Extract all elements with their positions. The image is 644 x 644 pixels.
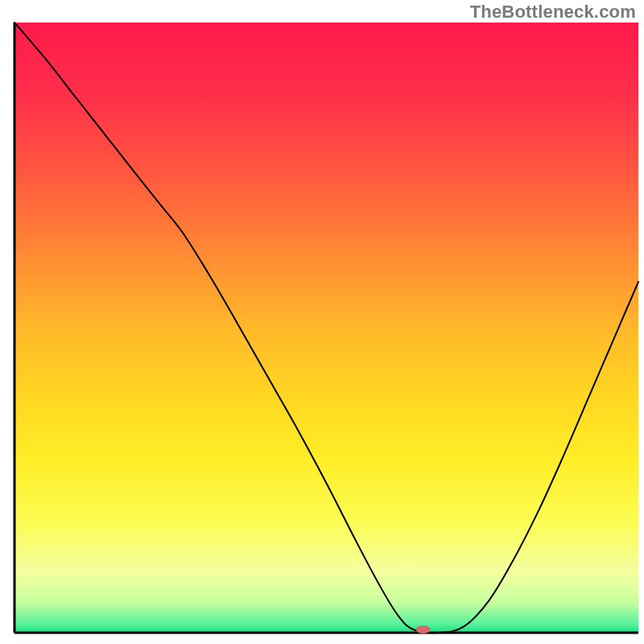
plot-background: [14, 23, 638, 633]
optimal-marker: [416, 625, 431, 634]
bottleneck-chart: [0, 0, 644, 644]
watermark-text: TheBottleneck.com: [470, 2, 636, 23]
chart-container: { "watermark": { "text": "TheBottleneck.…: [0, 0, 644, 644]
